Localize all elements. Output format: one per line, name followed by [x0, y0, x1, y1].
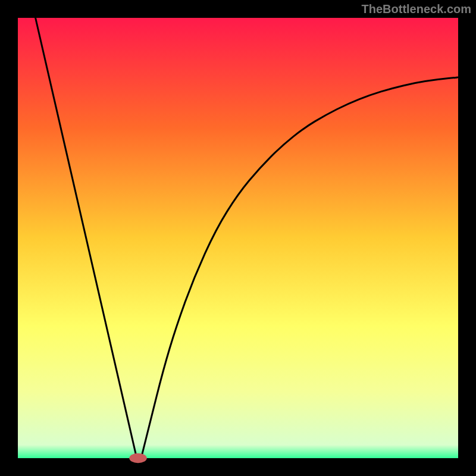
attribution-label: TheBottleneck.com	[362, 2, 471, 15]
plot-area	[18, 18, 458, 458]
bottleneck-chart: TheBottleneck.com	[0, 0, 476, 476]
minimum-marker	[129, 453, 147, 463]
